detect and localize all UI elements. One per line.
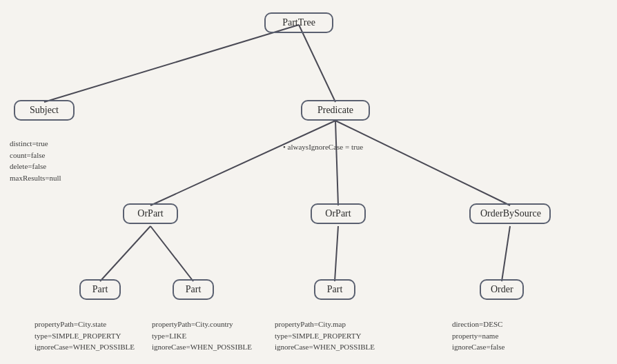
annotation-part2: propertyPath=City.countrytype=LIKEignore… — [152, 318, 252, 353]
svg-line-5 — [100, 226, 150, 281]
node-partTree: PartTree — [264, 12, 333, 33]
svg-line-6 — [150, 226, 193, 281]
svg-line-1 — [299, 25, 335, 102]
annotation-predicate: • alwaysIgnoreCase = true — [283, 141, 363, 153]
svg-line-8 — [502, 226, 510, 281]
annotation-order: direction=DESCproperty=nameignoreCase=fa… — [452, 318, 505, 353]
diagram: PartTreeSubjectPredicateOrPartOrPartOrde… — [0, 0, 617, 364]
annotation-part3: propertyPath=City.maptype=SIMPLE_PROPERT… — [275, 318, 375, 353]
node-part2: Part — [173, 279, 214, 300]
svg-line-0 — [44, 25, 299, 102]
annotation-part1: propertyPath=City.statetype=SIMPLE_PROPE… — [35, 318, 135, 353]
node-predicate: Predicate — [301, 100, 370, 121]
node-orderBySource: OrderBySource — [469, 203, 551, 224]
node-part1: Part — [79, 279, 121, 300]
node-orPart1: OrPart — [123, 203, 178, 224]
node-orPart2: OrPart — [311, 203, 366, 224]
node-order: Order — [480, 279, 524, 300]
svg-line-3 — [335, 121, 338, 205]
svg-line-4 — [335, 121, 510, 205]
node-part3: Part — [314, 279, 355, 300]
svg-line-7 — [335, 226, 338, 281]
connector-lines — [0, 0, 617, 364]
annotation-subject: distinct=truecount=falsedelete=falsemaxR… — [10, 138, 61, 183]
node-subject: Subject — [14, 100, 75, 121]
svg-line-2 — [150, 121, 335, 205]
